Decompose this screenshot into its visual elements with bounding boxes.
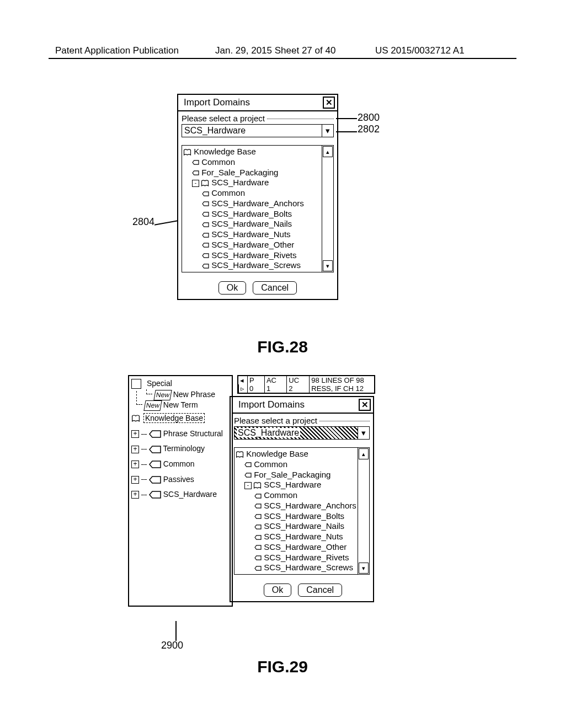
dialog-title: Import Domains: [235, 398, 308, 411]
stats-lines: 98 LINES OF 98: [309, 376, 374, 384]
tree-root[interactable]: Knowledge Base: [236, 449, 356, 459]
left-tree-items: + Phrase Structural+ Terminology+ Common…: [131, 429, 230, 500]
tree-item[interactable]: SCS_Hardware_Other: [236, 542, 356, 553]
kb-row[interactable]: Knowledge Base: [131, 413, 230, 424]
prompt-label: Please select a project: [234, 416, 370, 425]
left-tree-item[interactable]: + SCS_Hardware: [131, 489, 230, 500]
scroll-up-icon[interactable]: ▴: [359, 448, 369, 459]
expand-icon[interactable]: +: [131, 476, 139, 484]
knowledge-tree-panel: Special New New Phrase New New Term Know…: [128, 375, 233, 607]
callout-2800: 2800: [358, 112, 380, 124]
left-tree-item[interactable]: + Common: [131, 459, 230, 470]
stats-v3: 2: [286, 384, 309, 393]
new-term-row[interactable]: New New Term: [131, 400, 230, 411]
tree-item[interactable]: Common: [183, 188, 321, 199]
scroll-track[interactable]: [358, 460, 369, 562]
prompt-label: Please select a project: [182, 114, 334, 123]
new-phrase-row[interactable]: New New Phrase: [131, 389, 230, 400]
tree-item[interactable]: SCS_Hardware_Anchors: [236, 501, 356, 511]
tree-item[interactable]: SCS_Hardware_Nuts: [183, 229, 321, 240]
expand-icon[interactable]: +: [131, 430, 139, 438]
stats-p: P: [247, 376, 264, 384]
project-select-value: SCS_Hardware: [182, 125, 322, 137]
expand-icon[interactable]: +: [131, 461, 139, 468]
tree-item[interactable]: SCS_Hardware_Nuts: [236, 532, 356, 542]
scrollbar[interactable]: ▴ ▾: [322, 146, 333, 272]
tree-item[interactable]: SCS_Hardware_Nails: [236, 521, 356, 532]
scroll-down-icon[interactable]: ▾: [359, 563, 369, 574]
callout-2802-leader: [336, 131, 357, 132]
stats-nav-left-icon[interactable]: ◂: [238, 376, 247, 384]
tree-panel: Knowledge Base Common For_Sale_Packaging…: [182, 145, 334, 272]
chevron-down-icon[interactable]: ▾: [358, 427, 369, 439]
kb-label: Knowledge Base: [143, 413, 205, 423]
tree-panel: Knowledge Base Common For_Sale_Packaging…: [234, 447, 370, 575]
tree-item[interactable]: For_Sale_Packaging: [183, 168, 321, 178]
tree-item[interactable]: For_Sale_Packaging: [236, 470, 356, 480]
tree-item[interactable]: Common: [236, 459, 356, 470]
project-select-value: SCS_Hardware: [234, 427, 358, 439]
left-tree-item[interactable]: + Terminology: [131, 443, 230, 454]
stats-uc: UC: [286, 376, 309, 384]
stats-ac: AC: [264, 376, 286, 384]
project-select[interactable]: SCS_Hardware ▾: [234, 426, 370, 440]
tree-item[interactable]: SCS_Hardware_Screws: [183, 260, 321, 271]
special-checkbox[interactable]: [131, 379, 141, 389]
figure-label-28: FIG.28: [0, 338, 565, 356]
new-phrase-label: New Phrase: [173, 390, 215, 399]
callout-2804: 2804: [132, 216, 154, 228]
callout-2800-leader: [336, 118, 357, 119]
ok-button[interactable]: Ok: [218, 281, 246, 295]
header-rule: [49, 58, 516, 59]
tree-item[interactable]: SCS_Hardware_Other: [183, 240, 321, 250]
tree-item[interactable]: SCS_Hardware_Bolts: [183, 209, 321, 220]
ok-button[interactable]: Ok: [264, 584, 291, 597]
tree-item[interactable]: SCS_Hardware_Bolts: [236, 511, 356, 522]
scroll-down-icon[interactable]: ▾: [323, 260, 333, 271]
stats-nav-right-icon[interactable]: ▹: [238, 384, 247, 393]
expand-icon[interactable]: +: [131, 446, 139, 453]
close-icon[interactable]: ✕: [359, 399, 371, 411]
titlebar: Import Domains ✕: [178, 95, 337, 111]
titlebar: Import Domains ✕: [233, 397, 373, 414]
tree-item[interactable]: - SCS_Hardware: [183, 178, 321, 188]
chevron-down-icon[interactable]: ▾: [322, 125, 333, 137]
prompt-text: Please select a project: [234, 416, 317, 425]
scroll-up-icon[interactable]: ▴: [323, 146, 333, 157]
left-tree-item[interactable]: + Passives: [131, 474, 230, 485]
import-domains-dialog-29: Import Domains ✕ Please select a project…: [230, 396, 374, 602]
stats-ress: RESS, IF CH 12: [309, 384, 374, 393]
callout-2804-leader: [154, 220, 178, 232]
tree-item[interactable]: SCS_Hardware_Anchors: [183, 199, 321, 209]
cancel-button[interactable]: Cancel: [253, 281, 297, 295]
prompt-text: Please select a project: [182, 114, 265, 123]
callout-2802: 2802: [358, 124, 380, 135]
scroll-track[interactable]: [322, 158, 333, 260]
tree-content[interactable]: Knowledge Base Common For_Sale_Packaging…: [234, 448, 358, 574]
tree-root[interactable]: Knowledge Base: [183, 147, 321, 157]
tree-item[interactable]: SCS_Hardware_Screws: [236, 563, 356, 573]
dialog-title: Import Domains: [180, 96, 253, 109]
close-icon[interactable]: ✕: [323, 97, 335, 109]
new-badge: New: [143, 400, 162, 411]
header-right: US 2015/0032712 A1: [375, 45, 465, 56]
tree-item[interactable]: - SCS_Hardware: [236, 480, 356, 490]
tree-item[interactable]: Common: [183, 157, 321, 168]
project-select[interactable]: SCS_Hardware ▾: [182, 124, 334, 137]
tree-item[interactable]: SCS_Hardware_Rivets: [183, 250, 321, 261]
tree-item[interactable]: Common: [236, 490, 356, 501]
scrollbar[interactable]: ▴ ▾: [358, 448, 369, 574]
stats-v2: 1: [264, 384, 286, 393]
header-left: Patent Application Publication: [55, 45, 179, 56]
cancel-button[interactable]: Cancel: [298, 584, 342, 597]
header-center: Jan. 29, 2015 Sheet 27 of 40: [215, 45, 335, 56]
expand-icon[interactable]: +: [131, 491, 139, 499]
special-row: Special: [131, 378, 230, 389]
tree-item[interactable]: SCS_Hardware_Nails: [183, 219, 321, 229]
tree-item[interactable]: SCS_Hardware_Rivets: [236, 553, 356, 563]
left-tree-item[interactable]: + Phrase Structural: [131, 429, 230, 440]
tree-content[interactable]: Knowledge Base Common For_Sale_Packaging…: [182, 146, 322, 272]
figure-label-29: FIG.29: [0, 657, 565, 676]
import-domains-dialog: Import Domains ✕ Please select a project…: [177, 94, 338, 300]
stats-v1: 0: [247, 384, 264, 393]
